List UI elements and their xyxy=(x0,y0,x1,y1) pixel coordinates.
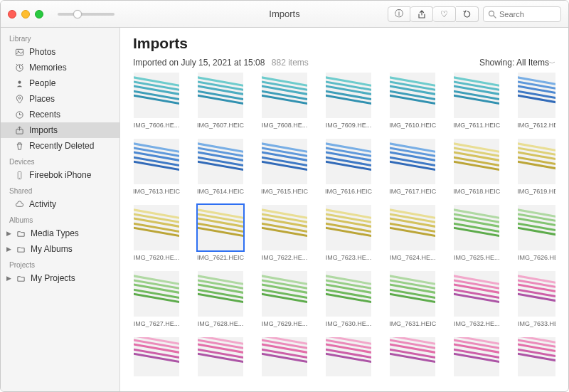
thumbnail-cell[interactable] xyxy=(325,337,372,376)
sidebar-item-imports[interactable]: Imports xyxy=(1,122,119,138)
disclosure-triangle-icon[interactable]: ▶ xyxy=(6,275,12,282)
thumbnail-image[interactable] xyxy=(198,205,243,250)
close-window-button[interactable] xyxy=(8,10,16,18)
thumbnail-cell[interactable]: IMG_7619.HEIC xyxy=(517,139,555,195)
thumbnail-cell[interactable]: IMG_7616.HEIC xyxy=(325,139,372,195)
thumbnail-cell[interactable]: IMG_7606.HE... xyxy=(133,73,180,129)
thumbnail-image[interactable] xyxy=(518,139,555,184)
sidebar-item-recents[interactable]: Recents xyxy=(1,107,119,122)
sidebar-item-my-projects[interactable]: ▶My Projects xyxy=(1,270,119,286)
sidebar-item-media-types[interactable]: ▶Media Types xyxy=(1,226,119,241)
thumbnail-image[interactable] xyxy=(454,337,499,376)
thumbnail-image[interactable] xyxy=(134,73,179,118)
thumbnail-image[interactable] xyxy=(326,337,371,376)
thumbnail-cell[interactable]: IMG_7628.HE... xyxy=(197,271,244,327)
thumbnail-image[interactable] xyxy=(262,205,307,250)
thumbnail-cell[interactable]: IMG_7621.HEIC xyxy=(197,205,244,261)
thumbnail-image[interactable] xyxy=(390,271,435,317)
titlebar: Imports ⓘ ♡ xyxy=(1,1,568,28)
favorite-button[interactable]: ♡ xyxy=(433,6,456,22)
minimize-window-button[interactable] xyxy=(21,10,30,18)
thumbnail-cell[interactable]: IMG_7611.HEIC xyxy=(453,73,500,129)
thumbnail-image[interactable] xyxy=(390,139,435,184)
thumbnail-image[interactable] xyxy=(326,205,371,250)
sidebar-item-places[interactable]: Places xyxy=(1,91,119,107)
thumbnail-cell[interactable] xyxy=(389,337,436,376)
thumbnail-image[interactable] xyxy=(518,73,555,118)
thumbnail-cell[interactable]: IMG_7627.HE... xyxy=(133,271,180,327)
thumbnail-image[interactable] xyxy=(198,139,243,184)
thumbnail-cell[interactable]: IMG_7622.HE... xyxy=(261,205,308,261)
sidebar-item-photos[interactable]: Photos xyxy=(1,44,119,60)
thumbnail-cell[interactable]: IMG_7613.HEIC xyxy=(133,139,180,195)
thumbnail-cell[interactable]: IMG_7625.HE... xyxy=(453,205,500,261)
thumbnail-image[interactable] xyxy=(390,205,435,250)
thumbnail-cell[interactable]: IMG_7609.HE... xyxy=(325,73,372,129)
thumbnail-image[interactable] xyxy=(518,337,555,376)
thumbnail-image[interactable] xyxy=(390,337,435,376)
thumbnail-cell[interactable]: IMG_7623.HE... xyxy=(325,205,372,261)
thumbnail-image[interactable] xyxy=(518,205,555,250)
thumbnail-image[interactable] xyxy=(454,73,499,118)
thumbnail-image[interactable] xyxy=(198,73,243,118)
thumbnail-cell[interactable]: IMG_7610.HEIC xyxy=(389,73,436,129)
zoom-window-button[interactable] xyxy=(35,10,43,18)
thumbnail-cell[interactable]: IMG_7608.HE... xyxy=(261,73,308,129)
thumbnail-cell[interactable]: IMG_7631.HEIC xyxy=(389,271,436,327)
thumbnail-cell[interactable]: IMG_7624.HE... xyxy=(389,205,436,261)
search-input[interactable] xyxy=(499,10,556,18)
thumbnail-size-slider[interactable] xyxy=(58,13,115,16)
info-button[interactable]: ⓘ xyxy=(388,6,410,22)
thumbnail-image[interactable] xyxy=(262,73,307,118)
disclosure-triangle-icon[interactable]: ▶ xyxy=(6,245,12,253)
sidebar-item-memories[interactable]: Memories xyxy=(1,60,119,75)
thumbnail-cell[interactable]: IMG_7630.HE... xyxy=(325,271,372,327)
thumbnail-image[interactable] xyxy=(390,73,435,118)
thumbnail-image[interactable] xyxy=(134,337,179,376)
thumbnail-cell[interactable]: IMG_7607.HEIC xyxy=(197,73,244,129)
thumbnail-cell[interactable]: IMG_7633.HE... xyxy=(517,271,555,327)
thumbnail-cell[interactable]: IMG_7614.HEIC xyxy=(197,139,244,195)
imports-icon xyxy=(15,126,25,135)
thumbnail-cell[interactable]: IMG_7632.HE... xyxy=(453,271,500,327)
thumbnail-image[interactable] xyxy=(134,205,179,250)
thumbnail-image[interactable] xyxy=(134,139,179,184)
disclosure-triangle-icon[interactable]: ▶ xyxy=(6,230,12,237)
thumbnail-image[interactable] xyxy=(454,139,499,184)
thumbnail-cell[interactable]: IMG_7618.HEIC xyxy=(453,139,500,195)
thumbnail-image[interactable] xyxy=(326,73,371,118)
thumbnail-image[interactable] xyxy=(326,271,371,317)
thumbnail-cell[interactable]: IMG_7626.HE... xyxy=(517,205,555,261)
thumbnail-cell[interactable]: IMG_7612.HEIC xyxy=(517,73,555,129)
share-button[interactable] xyxy=(410,6,433,22)
thumbnail-image[interactable] xyxy=(262,139,307,184)
thumbnail-cell[interactable] xyxy=(517,337,555,376)
thumbnail-grid-scroll[interactable]: IMG_7606.HE...IMG_7607.HEICIMG_7608.HE..… xyxy=(133,73,555,391)
thumbnail-image[interactable] xyxy=(198,271,243,317)
thumbnail-image[interactable] xyxy=(518,271,555,317)
thumbnail-image[interactable] xyxy=(262,337,307,376)
showing-filter[interactable]: Showing: All Items﹀ xyxy=(479,58,555,68)
sidebar-item-fireebok-iphone[interactable]: Fireebok iPhone xyxy=(1,167,119,183)
thumbnail-cell[interactable] xyxy=(197,337,244,376)
sidebar-item-recently-deleted[interactable]: Recently Deleted xyxy=(1,138,119,154)
svg-point-5 xyxy=(18,80,21,83)
thumbnail-image[interactable] xyxy=(198,337,243,376)
thumbnail-cell[interactable]: IMG_7629.HE... xyxy=(261,271,308,327)
thumbnail-image[interactable] xyxy=(262,271,307,317)
search-field[interactable] xyxy=(483,6,561,22)
sidebar-item-activity[interactable]: Activity xyxy=(1,196,119,212)
thumbnail-image[interactable] xyxy=(454,271,499,317)
thumbnail-cell[interactable]: IMG_7617.HEIC xyxy=(389,139,436,195)
thumbnail-cell[interactable]: IMG_7620.HE... xyxy=(133,205,180,261)
thumbnail-image[interactable] xyxy=(326,139,371,184)
sidebar-item-people[interactable]: People xyxy=(1,75,119,91)
thumbnail-cell[interactable] xyxy=(453,337,500,376)
thumbnail-image[interactable] xyxy=(454,205,499,250)
thumbnail-cell[interactable]: IMG_7615.HEIC xyxy=(261,139,308,195)
thumbnail-cell[interactable] xyxy=(261,337,308,376)
rotate-button[interactable] xyxy=(456,6,479,22)
thumbnail-cell[interactable] xyxy=(133,337,180,376)
thumbnail-image[interactable] xyxy=(134,271,179,317)
sidebar-item-my-albums[interactable]: ▶My Albums xyxy=(1,241,119,257)
